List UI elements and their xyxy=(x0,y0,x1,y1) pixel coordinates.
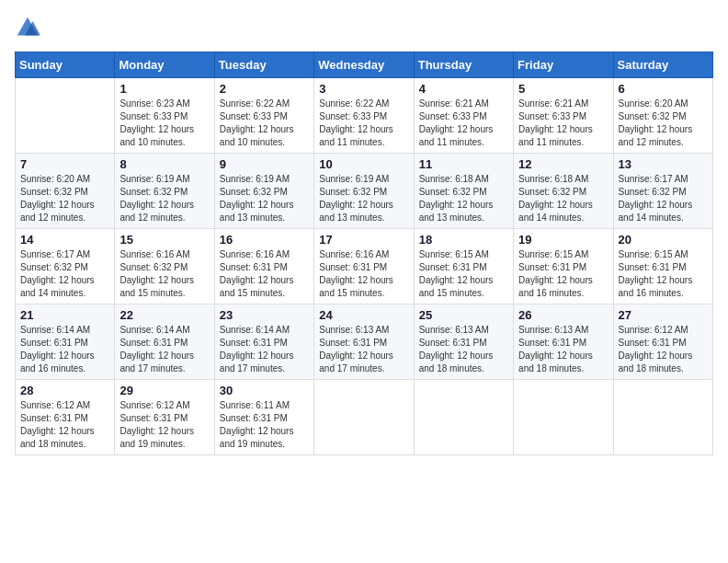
day-number: 16 xyxy=(220,233,309,247)
day-number: 26 xyxy=(518,308,608,322)
day-info: Sunrise: 6:14 AMSunset: 6:31 PMDaylight:… xyxy=(220,324,309,375)
calendar-week-row: 28Sunrise: 6:12 AMSunset: 6:31 PMDayligh… xyxy=(16,380,713,455)
day-info: Sunrise: 6:19 AMSunset: 6:32 PMDaylight:… xyxy=(119,173,209,224)
day-number: 11 xyxy=(419,157,508,171)
day-info: Sunrise: 6:18 AMSunset: 6:32 PMDaylight:… xyxy=(419,173,508,224)
day-info: Sunrise: 6:21 AMSunset: 6:33 PMDaylight:… xyxy=(419,98,508,149)
weekday-header: Wednesday xyxy=(314,52,414,78)
calendar-header: SundayMondayTuesdayWednesdayThursdayFrid… xyxy=(16,52,713,78)
calendar-cell: 6Sunrise: 6:20 AMSunset: 6:32 PMDaylight… xyxy=(613,78,712,154)
calendar-cell xyxy=(16,78,115,154)
day-number: 10 xyxy=(319,157,408,171)
weekday-header: Sunday xyxy=(16,52,115,78)
day-info: Sunrise: 6:22 AMSunset: 6:33 PMDaylight:… xyxy=(220,98,309,149)
logo xyxy=(15,15,44,40)
day-info: Sunrise: 6:12 AMSunset: 6:31 PMDaylight:… xyxy=(119,399,209,451)
calendar-cell: 30Sunrise: 6:11 AMSunset: 6:31 PMDayligh… xyxy=(214,380,313,455)
day-info: Sunrise: 6:12 AMSunset: 6:31 PMDaylight:… xyxy=(20,399,109,451)
day-info: Sunrise: 6:19 AMSunset: 6:32 PMDaylight:… xyxy=(319,173,408,224)
day-number: 9 xyxy=(220,157,309,171)
day-number: 8 xyxy=(119,157,209,171)
day-info: Sunrise: 6:16 AMSunset: 6:31 PMDaylight:… xyxy=(319,248,408,300)
calendar-body: 1Sunrise: 6:23 AMSunset: 6:33 PMDaylight… xyxy=(16,78,713,455)
calendar-cell: 22Sunrise: 6:14 AMSunset: 6:31 PMDayligh… xyxy=(115,304,214,380)
day-number: 6 xyxy=(619,82,708,96)
day-number: 5 xyxy=(518,82,608,96)
day-info: Sunrise: 6:13 AMSunset: 6:31 PMDaylight:… xyxy=(319,324,408,375)
calendar-cell: 2Sunrise: 6:22 AMSunset: 6:33 PMDaylight… xyxy=(214,78,313,154)
day-number: 29 xyxy=(119,384,209,397)
day-info: Sunrise: 6:23 AMSunset: 6:33 PMDaylight:… xyxy=(119,98,209,149)
day-number: 17 xyxy=(319,233,408,247)
day-number: 18 xyxy=(419,233,508,247)
day-number: 7 xyxy=(20,157,109,171)
day-number: 23 xyxy=(220,308,309,322)
day-number: 24 xyxy=(319,308,408,322)
calendar-cell: 1Sunrise: 6:23 AMSunset: 6:33 PMDaylight… xyxy=(115,78,214,154)
day-number: 13 xyxy=(619,157,708,171)
day-info: Sunrise: 6:22 AMSunset: 6:33 PMDaylight:… xyxy=(319,98,408,149)
day-number: 4 xyxy=(419,82,508,96)
calendar-cell: 3Sunrise: 6:22 AMSunset: 6:33 PMDaylight… xyxy=(314,78,414,154)
day-number: 1 xyxy=(119,82,209,96)
calendar-cell: 15Sunrise: 6:16 AMSunset: 6:32 PMDayligh… xyxy=(115,229,214,304)
day-number: 30 xyxy=(220,384,309,397)
calendar-cell: 4Sunrise: 6:21 AMSunset: 6:33 PMDaylight… xyxy=(414,78,513,154)
calendar-cell: 7Sunrise: 6:20 AMSunset: 6:32 PMDaylight… xyxy=(16,154,115,229)
weekday-header: Friday xyxy=(514,52,613,78)
day-info: Sunrise: 6:15 AMSunset: 6:31 PMDaylight:… xyxy=(518,248,608,300)
day-info: Sunrise: 6:13 AMSunset: 6:31 PMDaylight:… xyxy=(419,324,508,375)
calendar-cell xyxy=(314,380,414,455)
calendar-cell xyxy=(514,380,613,455)
calendar-cell: 5Sunrise: 6:21 AMSunset: 6:33 PMDaylight… xyxy=(514,78,613,154)
calendar-cell: 19Sunrise: 6:15 AMSunset: 6:31 PMDayligh… xyxy=(514,229,613,304)
day-number: 15 xyxy=(119,233,209,247)
calendar-cell: 12Sunrise: 6:18 AMSunset: 6:32 PMDayligh… xyxy=(514,154,613,229)
weekday-header: Monday xyxy=(115,52,214,78)
day-info: Sunrise: 6:12 AMSunset: 6:31 PMDaylight:… xyxy=(619,324,708,375)
day-info: Sunrise: 6:14 AMSunset: 6:31 PMDaylight:… xyxy=(20,324,109,375)
weekday-header: Thursday xyxy=(414,52,513,78)
calendar-cell: 28Sunrise: 6:12 AMSunset: 6:31 PMDayligh… xyxy=(16,380,115,455)
calendar-cell: 14Sunrise: 6:17 AMSunset: 6:32 PMDayligh… xyxy=(16,229,115,304)
day-info: Sunrise: 6:16 AMSunset: 6:31 PMDaylight:… xyxy=(220,248,309,300)
day-info: Sunrise: 6:20 AMSunset: 6:32 PMDaylight:… xyxy=(20,173,109,224)
calendar-cell xyxy=(414,380,513,455)
day-info: Sunrise: 6:15 AMSunset: 6:31 PMDaylight:… xyxy=(619,248,708,300)
calendar-cell: 29Sunrise: 6:12 AMSunset: 6:31 PMDayligh… xyxy=(115,380,214,455)
day-info: Sunrise: 6:15 AMSunset: 6:31 PMDaylight:… xyxy=(419,248,508,300)
calendar-cell: 24Sunrise: 6:13 AMSunset: 6:31 PMDayligh… xyxy=(314,304,414,380)
day-info: Sunrise: 6:19 AMSunset: 6:32 PMDaylight:… xyxy=(220,173,309,224)
day-info: Sunrise: 6:16 AMSunset: 6:32 PMDaylight:… xyxy=(119,248,209,300)
calendar-cell: 26Sunrise: 6:13 AMSunset: 6:31 PMDayligh… xyxy=(514,304,613,380)
day-info: Sunrise: 6:11 AMSunset: 6:31 PMDaylight:… xyxy=(220,399,309,451)
calendar-week-row: 1Sunrise: 6:23 AMSunset: 6:33 PMDaylight… xyxy=(16,78,713,154)
calendar-cell: 8Sunrise: 6:19 AMSunset: 6:32 PMDaylight… xyxy=(115,154,214,229)
day-info: Sunrise: 6:14 AMSunset: 6:31 PMDaylight:… xyxy=(119,324,209,375)
logo-icon xyxy=(15,15,40,40)
day-info: Sunrise: 6:17 AMSunset: 6:32 PMDaylight:… xyxy=(20,248,109,300)
calendar-table: SundayMondayTuesdayWednesdayThursdayFrid… xyxy=(15,52,713,455)
calendar-cell: 21Sunrise: 6:14 AMSunset: 6:31 PMDayligh… xyxy=(16,304,115,380)
calendar-cell: 9Sunrise: 6:19 AMSunset: 6:32 PMDaylight… xyxy=(214,154,313,229)
day-number: 20 xyxy=(619,233,708,247)
calendar-cell: 23Sunrise: 6:14 AMSunset: 6:31 PMDayligh… xyxy=(214,304,313,380)
page-header xyxy=(15,15,713,40)
day-number: 3 xyxy=(319,82,408,96)
day-number: 25 xyxy=(419,308,508,322)
calendar-cell: 18Sunrise: 6:15 AMSunset: 6:31 PMDayligh… xyxy=(414,229,513,304)
day-info: Sunrise: 6:17 AMSunset: 6:32 PMDaylight:… xyxy=(619,173,708,224)
weekday-header: Tuesday xyxy=(214,52,313,78)
calendar-cell: 11Sunrise: 6:18 AMSunset: 6:32 PMDayligh… xyxy=(414,154,513,229)
calendar-week-row: 14Sunrise: 6:17 AMSunset: 6:32 PMDayligh… xyxy=(16,229,713,304)
day-number: 2 xyxy=(220,82,309,96)
day-info: Sunrise: 6:18 AMSunset: 6:32 PMDaylight:… xyxy=(518,173,608,224)
day-number: 12 xyxy=(518,157,608,171)
day-info: Sunrise: 6:13 AMSunset: 6:31 PMDaylight:… xyxy=(518,324,608,375)
calendar-cell: 20Sunrise: 6:15 AMSunset: 6:31 PMDayligh… xyxy=(613,229,712,304)
calendar-cell: 27Sunrise: 6:12 AMSunset: 6:31 PMDayligh… xyxy=(613,304,712,380)
calendar-cell: 10Sunrise: 6:19 AMSunset: 6:32 PMDayligh… xyxy=(314,154,414,229)
day-number: 28 xyxy=(20,384,109,397)
calendar-cell: 25Sunrise: 6:13 AMSunset: 6:31 PMDayligh… xyxy=(414,304,513,380)
day-number: 21 xyxy=(20,308,109,322)
